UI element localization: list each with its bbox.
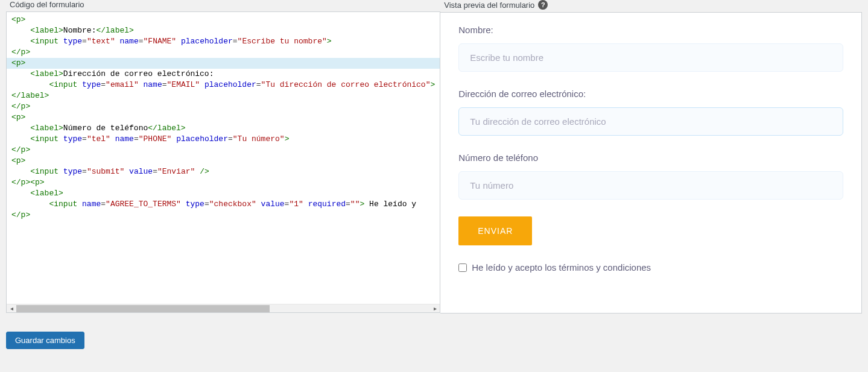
scroll-thumb[interactable]	[16, 305, 270, 312]
terms-checkbox-row: He leído y acepto los términos y condici…	[458, 262, 843, 273]
code-line[interactable]: </p>	[7, 47, 440, 58]
form-label: Dirección de correo electrónico:	[458, 89, 843, 99]
code-line[interactable]: </p>	[7, 210, 440, 221]
horizontal-scrollbar[interactable]: ◂ ▸	[7, 304, 440, 312]
code-line[interactable]: </label>	[7, 90, 440, 101]
code-line[interactable]: <input name="AGREE_TO_TERMS" type="check…	[7, 199, 440, 210]
main-container: Código del formulario <p> <label>Nombre:…	[0, 0, 868, 314]
code-line[interactable]: <label>	[7, 188, 440, 199]
code-line[interactable]: <label>Nombre:</label>	[7, 25, 440, 36]
code-panel-header: Código del formulario	[6, 0, 440, 11]
code-line[interactable]: <input type="email" name="EMAIL" placeho…	[7, 80, 440, 90]
code-line[interactable]: <input type="submit" value="Enviar" />	[7, 166, 440, 177]
code-line[interactable]: <label>Dirección de correo electrónico:	[7, 69, 440, 80]
save-button[interactable]: Guardar cambios	[6, 332, 84, 349]
code-line[interactable]: <p>	[7, 58, 440, 69]
preview-panel-title: Vista previa del formulario	[444, 1, 534, 10]
terms-checkbox[interactable]	[458, 263, 467, 272]
save-button-wrap: Guardar cambios	[0, 314, 868, 361]
code-editor-wrap: <p> <label>Nombre:</label> <input type="…	[6, 11, 440, 313]
code-line[interactable]: </p>	[7, 101, 440, 112]
code-line[interactable]: <input type="text" name="FNAME" placehol…	[7, 36, 440, 47]
code-panel: Código del formulario <p> <label>Nombre:…	[6, 0, 440, 314]
scroll-right-arrow[interactable]: ▸	[430, 304, 440, 313]
code-line[interactable]: <p>	[7, 156, 440, 166]
form-label: Nombre:	[458, 25, 843, 35]
code-line[interactable]: </p>	[7, 145, 440, 156]
form-label: Número de teléfono	[458, 153, 843, 163]
preview-panel-header: Vista previa del formulario ?	[440, 0, 862, 12]
code-line[interactable]: <p>	[7, 14, 440, 25]
code-line[interactable]: <p>	[7, 112, 440, 123]
code-line[interactable]: </p><p>	[7, 177, 440, 188]
form-input-tel[interactable]	[458, 171, 843, 200]
code-editor[interactable]: <p> <label>Nombre:</label> <input type="…	[7, 12, 440, 304]
terms-label: He leído y acepto los términos y condici…	[472, 262, 651, 273]
help-icon[interactable]: ?	[538, 0, 548, 10]
form-input-text[interactable]	[458, 43, 843, 72]
form-input-email[interactable]	[458, 107, 843, 136]
preview-panel: Vista previa del formulario ? Nombre:Dir…	[440, 0, 862, 314]
code-line[interactable]: <input type="tel" name="PHONE" placehold…	[7, 134, 440, 145]
code-line[interactable]: <label>Número de teléfono</label>	[7, 123, 440, 134]
scroll-left-arrow[interactable]: ◂	[7, 304, 16, 313]
submit-button[interactable]: ENVIAR	[458, 216, 532, 245]
preview-pane: Nombre:Dirección de correo electrónico:N…	[440, 12, 862, 314]
